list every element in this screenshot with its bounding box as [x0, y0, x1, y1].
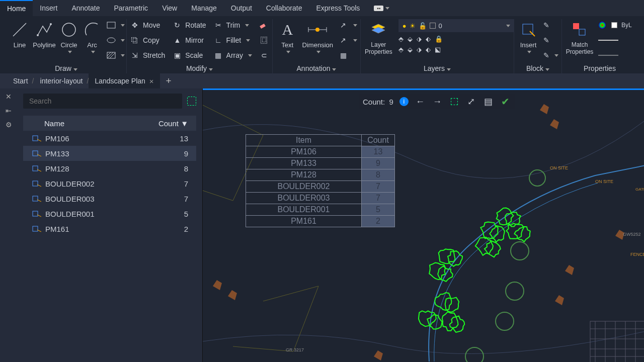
- list-row[interactable]: PM1339: [23, 146, 196, 161]
- row-name: BOULDER002: [45, 179, 184, 188]
- prop-linetype[interactable]: [598, 49, 632, 61]
- layer-tool-1[interactable]: ⬘: [398, 35, 404, 43]
- tool-hatch[interactable]: [107, 49, 125, 61]
- layer-tool-10[interactable]: ⬕: [435, 46, 441, 53]
- menu-tab-collaborate[interactable]: Collaborate: [259, 0, 309, 16]
- list-row[interactable]: PM10613: [23, 131, 196, 146]
- doc-tab-landscape[interactable]: Landscape Plan×: [89, 73, 159, 88]
- tool-layer-props[interactable]: Layer Properties: [364, 19, 393, 56]
- layer-tool-9[interactable]: ⬖: [426, 46, 431, 53]
- layer-tool-4[interactable]: ⬖: [426, 35, 431, 43]
- close-icon[interactable]: ×: [149, 77, 154, 85]
- count-panel: ✕ ⇤ ⚙ Name Count ▼ PM10613PM1339PM1288BO…: [0, 88, 203, 362]
- info-icon[interactable]: i: [399, 97, 409, 106]
- tool-rotate[interactable]: ↻Rotate: [172, 19, 206, 31]
- selection-icon[interactable]: [187, 97, 196, 106]
- menu-tab-annotate[interactable]: Annotate: [64, 0, 107, 16]
- ct-count: 7: [362, 193, 395, 204]
- list-row[interactable]: BOULDER0027: [23, 176, 196, 191]
- tool-line[interactable]: Line: [9, 19, 30, 50]
- tool-insert[interactable]: Insert: [517, 19, 539, 54]
- layer-tool-6[interactable]: ⬘: [398, 46, 404, 53]
- layer-tool-2[interactable]: ⬙: [408, 35, 413, 43]
- tool-ellipse[interactable]: [107, 34, 125, 46]
- filter-icon[interactable]: ⤢: [466, 96, 477, 107]
- tool-explode[interactable]: ⿴: [259, 34, 269, 46]
- count-toolbar: Count: 9 i ← → ⤢ ▤ ✔: [359, 94, 515, 109]
- tool-arc[interactable]: Arc: [82, 19, 103, 54]
- group-label-annotation: Annotation: [276, 61, 357, 73]
- tool-erase[interactable]: [259, 19, 269, 31]
- tool-edit[interactable]: ✎: [543, 34, 558, 46]
- tool-offset[interactable]: ⊂: [259, 49, 269, 61]
- tool-rect[interactable]: [107, 19, 125, 31]
- panel-close-icon[interactable]: ✕: [5, 93, 13, 101]
- svg-rect-23: [33, 166, 38, 171]
- insert-table-icon[interactable]: ▤: [483, 96, 494, 107]
- tool-attr[interactable]: ✎: [543, 49, 558, 61]
- row-count: 8: [184, 164, 188, 173]
- ct-count: 8: [362, 169, 395, 181]
- menu-tab-output[interactable]: Output: [224, 0, 259, 16]
- layer-dropdown[interactable]: ● ☀ 🔓 0: [398, 19, 514, 32]
- list-row[interactable]: PM1288: [23, 161, 196, 176]
- tool-copy[interactable]: ⿻Copy: [130, 34, 165, 46]
- tool-array[interactable]: ▦Array: [213, 49, 252, 61]
- prop-color[interactable]: ByL: [598, 19, 632, 31]
- tool-leader[interactable]: ↗: [338, 19, 357, 31]
- svg-point-32: [465, 347, 484, 362]
- drawing-canvas[interactable]: ON SITE ON SITE FENCE GATE GW5252 GR 321…: [203, 88, 644, 362]
- layer-tool-7[interactable]: ⬙: [408, 46, 413, 53]
- prev-arrow-icon[interactable]: ←: [415, 96, 426, 107]
- tool-polyline-label: Polyline: [33, 41, 56, 49]
- panel-collapse-icon[interactable]: ⇤: [5, 107, 13, 115]
- menu-tab-view[interactable]: View: [155, 0, 184, 16]
- tool-fillet[interactable]: ∟Fillet: [213, 34, 252, 46]
- list-header[interactable]: Name Count ▼: [23, 116, 196, 131]
- menu-tab-extra[interactable]: ▪▪: [367, 0, 396, 16]
- tool-polyline[interactable]: Polyline: [32, 19, 56, 50]
- svg-point-18: [599, 22, 606, 29]
- tool-circle[interactable]: Circle: [58, 19, 79, 54]
- tool-trim[interactable]: ✂Trim: [213, 19, 252, 31]
- svg-rect-26: [33, 211, 38, 216]
- new-tab-button[interactable]: +: [160, 75, 178, 86]
- menu-tab-home[interactable]: Home: [0, 0, 33, 16]
- sun-icon: ☀: [410, 22, 416, 30]
- doc-tab-start[interactable]: Start: [7, 73, 34, 88]
- list-body: PM10613PM1339PM1288BOULDER0027BOULDER003…: [23, 131, 196, 236]
- doc-tab-interior[interactable]: interior-layout: [34, 73, 89, 88]
- tool-match-props[interactable]: Match Properties: [565, 19, 594, 56]
- menu-tab-manage[interactable]: Manage: [184, 0, 224, 16]
- list-row[interactable]: BOULDER0015: [23, 206, 196, 221]
- tool-leader2[interactable]: ↗: [338, 34, 357, 46]
- layer-tool-8[interactable]: ⬗: [417, 46, 422, 53]
- panel-settings-icon[interactable]: ⚙: [5, 121, 13, 129]
- tool-mirror[interactable]: ▲Mirror: [172, 34, 206, 46]
- zoom-extents-icon[interactable]: [449, 96, 460, 107]
- next-arrow-icon[interactable]: →: [432, 96, 443, 107]
- prop-lineweight[interactable]: [598, 34, 632, 46]
- tool-scale[interactable]: ▣Scale: [172, 49, 206, 61]
- svg-rect-21: [33, 136, 38, 141]
- list-row[interactable]: BOULDER0037: [23, 191, 196, 206]
- menu-tab-parametric[interactable]: Parametric: [107, 0, 155, 16]
- search-input[interactable]: [23, 94, 182, 109]
- menu-tab-express[interactable]: Express Tools: [309, 0, 367, 16]
- tool-table[interactable]: ▦: [338, 49, 357, 61]
- confirm-icon[interactable]: ✔: [500, 96, 511, 107]
- tool-create[interactable]: ✎: [543, 19, 558, 31]
- tool-text[interactable]: AText: [276, 19, 299, 54]
- group-label-modify: Modify: [130, 61, 269, 73]
- row-name: BOULDER001: [45, 210, 184, 218]
- layer-tool-5[interactable]: 🔒: [435, 35, 443, 43]
- list-row[interactable]: PM1612: [23, 221, 196, 236]
- tool-dimension[interactable]: Dimension: [301, 19, 334, 54]
- layer-tool-3[interactable]: ⬗: [417, 35, 422, 43]
- tool-stretch[interactable]: ⇲Stretch: [130, 49, 165, 61]
- tool-move[interactable]: ✥Move: [130, 19, 165, 31]
- row-name: BOULDER003: [45, 195, 184, 203]
- ribbon-group-annotation: AText Dimension ↗ ↗ ▦ Annotation: [273, 19, 361, 73]
- ct-count: 2: [362, 216, 395, 227]
- menu-tab-insert[interactable]: Insert: [33, 0, 64, 16]
